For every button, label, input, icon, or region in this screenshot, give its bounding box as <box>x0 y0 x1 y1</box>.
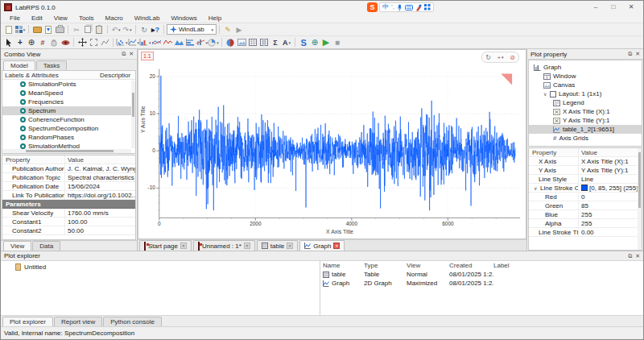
value-column-header[interactable]: Value <box>579 149 642 156</box>
tab-data[interactable]: Data <box>32 241 60 251</box>
image-icon[interactable] <box>236 37 247 48</box>
property-row[interactable]: Red0 <box>529 193 642 201</box>
line-plot-icon[interactable]: ▾ <box>128 37 140 48</box>
pointer-icon[interactable] <box>3 37 14 48</box>
property-row[interactable]: Line StyleLine <box>529 175 642 184</box>
menu-tools[interactable]: Tools <box>73 15 100 22</box>
stop-icon[interactable]: ■ <box>332 37 343 48</box>
menu-macro[interactable]: Macro <box>100 15 129 22</box>
pan-hand-icon[interactable] <box>48 37 60 48</box>
tab-report-view[interactable]: Report view <box>54 317 102 326</box>
close-plot-icon[interactable]: ⊘ <box>506 52 518 62</box>
tree-item-simulationpoints[interactable]: SimulationPoints <box>2 80 135 89</box>
float-panel-icon[interactable]: ⧉ <box>122 51 126 57</box>
expander-icon[interactable]: ∨ <box>534 185 540 191</box>
maximize-window-button[interactable]: □ <box>605 1 622 14</box>
tab-view[interactable]: View <box>3 241 31 251</box>
tree-item-randomphases[interactable]: RandomPhases <box>2 133 135 142</box>
untitled-plot-item[interactable]: Untitled <box>1 263 320 272</box>
property-column-header[interactable]: Property <box>529 148 579 156</box>
tab-python-console[interactable]: Python console <box>103 317 162 326</box>
tree-item-coherencefunction[interactable]: CoherenceFunction <box>2 115 135 124</box>
tab-tasks[interactable]: Tasks <box>36 60 67 70</box>
close-panel-icon[interactable]: ✕ <box>129 51 134 57</box>
tab-model[interactable]: Model <box>3 60 35 70</box>
property-row[interactable]: ∨Line Stroke Color[0, 85, 255] (255) <box>529 184 642 193</box>
add-plot-icon[interactable]: +▾ <box>494 52 506 62</box>
property-row[interactable]: Green85 <box>529 201 642 210</box>
edit-macro-icon[interactable]: ✎ <box>222 24 233 35</box>
microphone-icon[interactable] <box>397 4 402 11</box>
close-tab-icon[interactable]: ✕ <box>244 243 250 249</box>
red-curve-icon[interactable] <box>163 37 174 48</box>
paste-icon[interactable] <box>93 24 105 35</box>
table-column-icon[interactable] <box>258 37 270 48</box>
close-window-button[interactable]: ✕ <box>622 1 640 14</box>
sogou-logo-icon[interactable]: S <box>367 2 378 12</box>
menu-edit[interactable]: Edit <box>26 15 48 22</box>
new-file-icon[interactable] <box>3 24 14 35</box>
tree-vertical-scrollbar[interactable] <box>131 81 135 148</box>
plot-node-layout-1-1x1-[interactable]: ∨Layout: 1 (1x1) <box>529 89 642 98</box>
hbar-chart-icon[interactable] <box>185 37 196 48</box>
objects-column-name[interactable]: Name <box>320 262 364 269</box>
marquee-icon[interactable] <box>88 37 99 48</box>
property-row[interactable]: Constant250.00 <box>2 226 135 235</box>
float-panel-icon[interactable]: ⧉ <box>628 253 632 259</box>
close-tab-icon[interactable]: ✕ <box>287 243 293 249</box>
close-tab-icon[interactable]: ✕ <box>333 243 340 249</box>
keyboard-icon[interactable] <box>405 5 413 10</box>
whatsthis-icon[interactable]: ▸? <box>150 24 161 35</box>
property-row[interactable]: Link To Publicationhttps://doi.org/10.10… <box>2 191 135 200</box>
objects-column-type[interactable]: Type <box>364 262 407 269</box>
property-row[interactable]: Line Stroke Thic...0.00 <box>529 228 642 237</box>
chinese-mode-icon[interactable]: 中 <box>382 3 389 11</box>
copy-icon[interactable] <box>82 24 93 35</box>
run-macro-icon[interactable]: ▶ <box>233 24 245 35</box>
tab-plot-explorer[interactable]: Plot explorer <box>2 317 53 326</box>
bar-chart-icon[interactable]: ▾ <box>139 37 151 48</box>
center-target-icon[interactable]: ⊕ <box>26 37 37 48</box>
refresh-plot-icon[interactable]: ↻ <box>482 52 494 62</box>
workbench-selector[interactable]: WindLab▾ <box>167 24 217 35</box>
plot-node-x-axis-title-x-1[interactable]: X Axis Title (X):1 <box>529 107 642 116</box>
noise-signal-chart[interactable]: 20100-100200040006000X Axis Title <box>138 50 526 238</box>
workbench-grid-icon[interactable]: ▾ <box>14 24 26 35</box>
s-letter-icon[interactable]: S <box>298 37 309 48</box>
pie-chart-icon[interactable]: ▾ <box>208 37 219 48</box>
plot-node-table-1-2-1-9651-[interactable]: table_1_2[1:9651] <box>529 125 642 134</box>
brush-icon[interactable] <box>415 4 422 11</box>
objects-column-view[interactable]: View <box>407 262 449 269</box>
property-row[interactable]: Publication TopicSpectral characteristic… <box>2 173 135 182</box>
close-panel-icon[interactable]: ✕ <box>635 51 640 57</box>
plot-node-graph[interactable]: Graph <box>529 63 642 72</box>
menu-windlab[interactable]: WindLab <box>129 15 166 22</box>
eye-icon[interactable] <box>60 37 71 48</box>
property-row[interactable]: Blue255 <box>529 210 642 219</box>
tree-item-spectrum[interactable]: Spectrum <box>2 106 135 115</box>
doc-tab-start-page[interactable]: Start page✕ <box>139 240 192 251</box>
multi-curve-icon[interactable] <box>151 37 163 48</box>
table-grid-icon[interactable] <box>247 37 258 48</box>
print-icon[interactable] <box>54 24 65 35</box>
sigma-icon[interactable]: Σ <box>270 37 281 48</box>
play-icon[interactable]: ▶ <box>320 37 332 48</box>
area-chart-icon[interactable] <box>174 37 185 48</box>
save-icon[interactable] <box>43 24 54 35</box>
punctuation-icon[interactable]: ’, <box>391 3 394 11</box>
property-row[interactable]: Publication Date15/06/2024 <box>2 182 135 191</box>
property-row[interactable]: Alpha255 <box>529 219 642 228</box>
tree-item-frequencies[interactable]: Frequencies <box>2 97 135 106</box>
object-row-table[interactable]: tableTableNormal08/01/2025 1:2... <box>320 270 643 279</box>
property-row[interactable]: Shear Velocity1760.00 mm/s <box>2 209 135 218</box>
tree-item-spectrumdecomposition[interactable]: SpectrumDecomposition <box>2 124 135 133</box>
sphere-icon[interactable] <box>225 37 236 48</box>
float-panel-icon[interactable]: ⧉ <box>628 51 632 57</box>
plot-node-axis-grids[interactable]: #Axis Grids <box>529 134 642 143</box>
chart-generic-icon[interactable]: ▾ <box>196 37 208 48</box>
close-panel-icon[interactable]: ✕ <box>635 253 640 259</box>
property-row[interactable]: Publication AuthorJ. C. Kaimal, J. C. Wy… <box>2 164 135 173</box>
plot-node-y-axis-title-y-1[interactable]: Y Axis Title (Y):1 <box>529 116 642 125</box>
tree-item-meanspeed[interactable]: MeanSpeed <box>2 89 135 97</box>
move-icon[interactable] <box>76 37 88 48</box>
